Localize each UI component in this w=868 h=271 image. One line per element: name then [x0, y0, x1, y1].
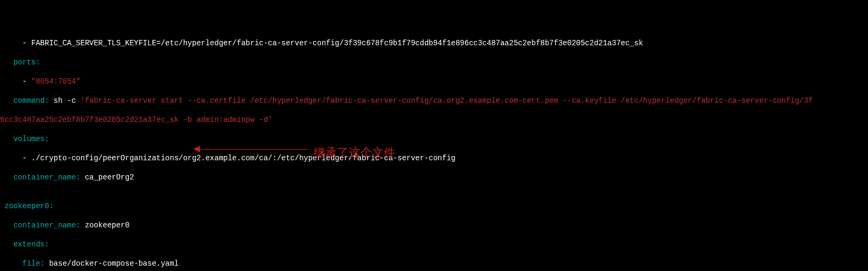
- code-line: command: sh -c 'fabric-ca-server start -…: [0, 96, 868, 105]
- service-name: zookeeper0: [0, 202, 49, 210]
- command-arg-cont: 6cc3c487aa25c2ebf8b7f3e0205c2d21a37ec_sk…: [0, 116, 272, 124]
- yaml-key: volumes: [0, 135, 45, 143]
- code-line: file: base/docker-compose-base.yaml: [0, 259, 868, 268]
- colon: :: [45, 96, 54, 105]
- code-line: 6cc3c487aa25c2ebf8b7f3e0205c2d21a37ec_sk…: [0, 115, 868, 125]
- code-line: - FABRIC_CA_SERVER_TLS_KEYFILE=/etc/hype…: [0, 38, 868, 48]
- code-line: ports:: [0, 58, 868, 67]
- yaml-key: file: [0, 259, 40, 268]
- colon: :: [36, 58, 40, 67]
- colon: :: [45, 135, 49, 143]
- code-line: extends:: [0, 240, 868, 249]
- code-line: zookeeper0:: [0, 201, 868, 211]
- annotation-arrow: [197, 145, 308, 155]
- yaml-key: extends: [0, 240, 45, 249]
- file-path: base/docker-compose-base.yaml: [49, 259, 179, 268]
- env-var: FABRIC_CA_SERVER_TLS_KEYFILE=/etc/hyperl…: [31, 39, 643, 47]
- yaml-key: container_name: [0, 221, 76, 229]
- container-name-value: ca_peerOrg2: [85, 173, 134, 182]
- yaml-key: container_name: [0, 173, 76, 182]
- annotation-text: 继承了这个文件: [314, 148, 395, 158]
- port-mapping: "8054:7054": [31, 77, 80, 86]
- yaml-key: ports: [0, 58, 36, 67]
- colon: :: [40, 259, 49, 268]
- command-shell: sh -c: [54, 96, 80, 105]
- colon: :: [76, 173, 85, 182]
- arrow-line-icon: [197, 149, 308, 150]
- code-line: container_name: zookeeper0: [0, 220, 868, 230]
- yaml-key: command: [0, 96, 45, 105]
- list-dash: -: [0, 154, 31, 162]
- colon: :: [49, 202, 53, 210]
- code-line: volumes:: [0, 134, 868, 144]
- container-name-value: zookeeper0: [85, 221, 130, 229]
- code-line: - "8054:7054": [0, 77, 868, 86]
- code-line: - ./crypto-config/peerOrganizations/org2…: [0, 153, 868, 163]
- colon: :: [76, 221, 85, 229]
- code-line: container_name: ca_peerOrg2: [0, 173, 868, 182]
- list-dash: -: [0, 39, 31, 47]
- colon: :: [45, 240, 49, 249]
- command-arg: 'fabric-ca-server start --ca.certfile /e…: [80, 96, 813, 105]
- code-container: - FABRIC_CA_SERVER_TLS_KEYFILE=/etc/hype…: [0, 29, 868, 271]
- list-dash: -: [0, 77, 31, 86]
